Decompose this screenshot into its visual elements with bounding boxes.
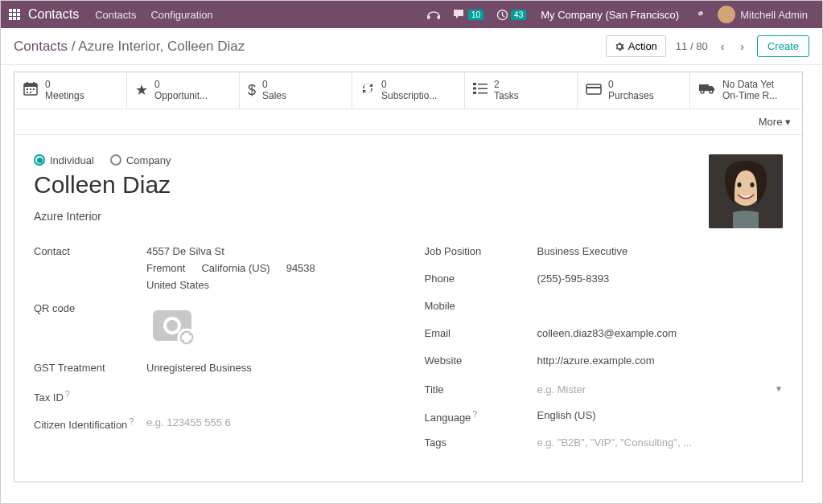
svg-rect-15 [478, 88, 488, 89]
company-switcher[interactable]: My Company (San Francisco) [541, 9, 679, 21]
stat-ontime[interactable]: No Data YetOn-Time R... [690, 72, 802, 109]
svg-rect-4 [24, 84, 37, 87]
label-citizen: Citizen Identification? [34, 415, 146, 431]
contact-photo[interactable] [709, 154, 783, 228]
svg-rect-11 [30, 92, 31, 93]
phone-field[interactable]: (255)-595-8393 [537, 271, 784, 285]
country-value: United States [146, 279, 393, 291]
label-phone: Phone [425, 271, 537, 285]
radio-company[interactable]: Company [110, 154, 171, 166]
stat-subscriptions[interactable]: 0Subscriptio... [352, 72, 465, 109]
job-position-field[interactable]: Business Executive [537, 244, 784, 257]
svg-rect-9 [33, 88, 35, 90]
label-title: Title [425, 382, 537, 395]
label-language: Language? [425, 408, 537, 424]
stat-buttons-row: 0Meetings ★ 0Opportunit... $ 0Sales 0Sub… [14, 72, 802, 109]
svg-point-26 [751, 182, 755, 187]
svg-rect-13 [478, 84, 488, 85]
activities-badge: 43 [511, 10, 526, 20]
nav-configuration[interactable]: Configuration [150, 9, 212, 21]
stat-purchases[interactable]: 0Purchases [578, 72, 690, 109]
label-gst: GST Treatment [34, 360, 146, 374]
qr-image-placeholder[interactable] [146, 305, 203, 350]
citizen-id-field[interactable]: e.g. 123455 555 6 [146, 415, 393, 428]
mobile-field[interactable] [537, 298, 784, 300]
messages-badge: 10 [468, 10, 484, 20]
svg-rect-8 [30, 88, 31, 90]
radio-individual[interactable]: Individual [34, 154, 94, 166]
svg-rect-14 [473, 87, 476, 89]
dollar-icon: $ [248, 82, 256, 99]
pager: 11 / 80 ‹ › [676, 39, 747, 55]
help-icon[interactable]: ? [472, 409, 477, 419]
label-email: Email [425, 326, 537, 339]
messages-icon[interactable]: 10 [453, 9, 484, 20]
pager-count[interactable]: 11 / 80 [676, 40, 708, 52]
radio-unchecked-icon [110, 154, 121, 166]
radio-checked-icon [34, 154, 45, 166]
debug-icon[interactable] [693, 8, 706, 21]
address-field[interactable]: 4557 De Silva St Fremont California (US)… [146, 244, 393, 291]
email-field[interactable]: colleen.diaz83@example.com [537, 326, 784, 339]
website-field[interactable]: http://azure.example.com [537, 353, 784, 367]
nav-contacts[interactable]: Contacts [95, 9, 136, 21]
label-tags: Tags [425, 435, 537, 449]
control-panel: Contacts / Azure Interior, Colleen Diaz … [1, 28, 822, 65]
svg-point-30 [167, 320, 178, 331]
stat-sales[interactable]: $ 0Sales [240, 72, 352, 109]
stat-tasks[interactable]: 2Tasks [465, 72, 578, 109]
contact-name[interactable]: Colleen Diaz [34, 171, 783, 199]
svg-rect-20 [699, 84, 709, 91]
label-job: Job Position [425, 244, 537, 257]
svg-rect-18 [586, 84, 601, 94]
pager-next-icon[interactable]: › [737, 39, 747, 55]
language-field[interactable]: English (US) [537, 408, 784, 421]
breadcrumb-current: Azure Interior, Colleen Diaz [78, 39, 245, 54]
breadcrumb-root[interactable]: Contacts [14, 39, 68, 54]
label-tax: Tax ID? [34, 387, 146, 404]
create-button[interactable]: Create [757, 35, 809, 57]
help-icon[interactable]: ? [65, 389, 70, 399]
credit-card-icon [586, 82, 602, 99]
breadcrumb: Contacts / Azure Interior, Colleen Diaz [14, 39, 245, 55]
user-avatar-icon [718, 6, 735, 23]
svg-point-25 [738, 182, 742, 187]
state-value: California (US) [201, 262, 270, 274]
dropdown-caret-icon[interactable]: ▼ [775, 384, 783, 393]
more-button[interactable]: More ▾ [759, 116, 791, 128]
svg-point-22 [710, 90, 713, 93]
calendar-icon [23, 80, 39, 100]
caret-down-icon: ▾ [785, 116, 791, 128]
form-sheet: 0Meetings ★ 0Opportunit... $ 0Sales 0Sub… [14, 72, 803, 482]
voip-icon[interactable] [427, 9, 440, 20]
apps-icon[interactable] [9, 9, 20, 20]
city-value: Fremont [146, 262, 185, 274]
svg-rect-33 [182, 335, 191, 340]
pager-prev-icon[interactable]: ‹ [718, 39, 728, 55]
svg-rect-12 [473, 83, 476, 85]
stat-opportunities[interactable]: ★ 0Opportunit... [127, 72, 240, 109]
svg-rect-7 [27, 88, 28, 90]
stat-meetings[interactable]: 0Meetings [14, 72, 127, 109]
title-field[interactable]: e.g. Mister [537, 382, 776, 395]
user-menu[interactable]: Mitchell Admin [718, 6, 808, 23]
refresh-icon [360, 81, 375, 100]
svg-rect-10 [27, 92, 28, 93]
label-website: Website [425, 353, 537, 367]
activities-icon[interactable]: 43 [496, 9, 526, 21]
gear-icon [615, 42, 624, 51]
star-icon: ★ [135, 81, 148, 99]
help-icon[interactable]: ? [129, 416, 134, 426]
svg-point-21 [701, 90, 704, 93]
tags-field[interactable]: e.g. "B2B", "VIP", "Consulting", ... [537, 435, 784, 449]
gst-value[interactable]: Unregistered Business [146, 360, 393, 374]
label-mobile: Mobile [425, 298, 537, 312]
svg-rect-5 [27, 82, 28, 85]
label-qr: QR code [34, 301, 146, 314]
company-name-field[interactable]: Azure Interior [34, 210, 783, 223]
svg-rect-17 [478, 92, 488, 94]
tax-id-field[interactable] [146, 387, 393, 389]
truck-icon [698, 82, 716, 99]
action-button[interactable]: Action [606, 35, 666, 57]
svg-rect-6 [33, 82, 35, 85]
